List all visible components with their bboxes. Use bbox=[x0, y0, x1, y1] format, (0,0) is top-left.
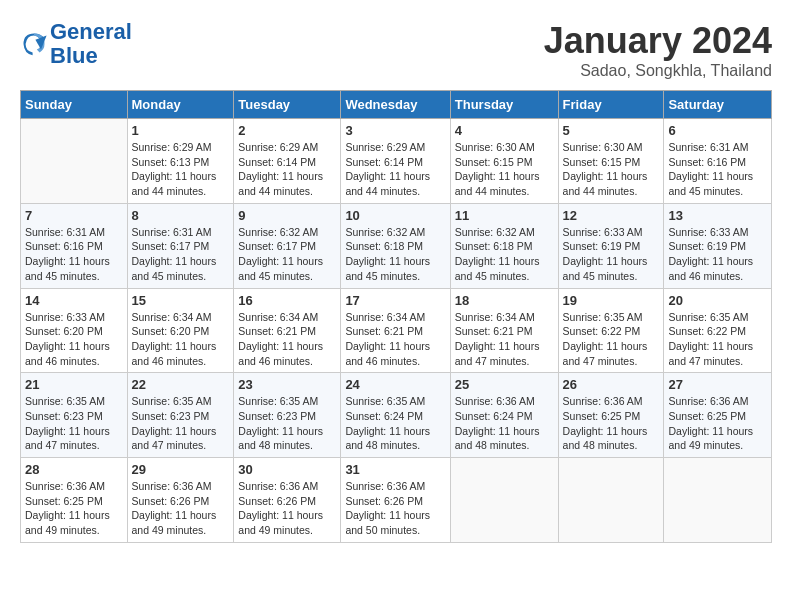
day-number: 8 bbox=[132, 208, 230, 223]
day-number: 2 bbox=[238, 123, 336, 138]
day-info: Sunrise: 6:34 AMSunset: 6:21 PMDaylight:… bbox=[345, 310, 445, 369]
day-number: 9 bbox=[238, 208, 336, 223]
day-number: 22 bbox=[132, 377, 230, 392]
day-number: 26 bbox=[563, 377, 660, 392]
day-number: 3 bbox=[345, 123, 445, 138]
day-info: Sunrise: 6:30 AMSunset: 6:15 PMDaylight:… bbox=[455, 140, 554, 199]
logo: General Blue bbox=[20, 20, 132, 68]
logo-icon bbox=[20, 30, 48, 58]
day-info: Sunrise: 6:36 AMSunset: 6:26 PMDaylight:… bbox=[345, 479, 445, 538]
calendar-cell: 18Sunrise: 6:34 AMSunset: 6:21 PMDayligh… bbox=[450, 288, 558, 373]
day-number: 30 bbox=[238, 462, 336, 477]
day-number: 29 bbox=[132, 462, 230, 477]
header-row: SundayMondayTuesdayWednesdayThursdayFrid… bbox=[21, 91, 772, 119]
day-info: Sunrise: 6:35 AMSunset: 6:24 PMDaylight:… bbox=[345, 394, 445, 453]
day-number: 4 bbox=[455, 123, 554, 138]
day-number: 15 bbox=[132, 293, 230, 308]
calendar-cell: 10Sunrise: 6:32 AMSunset: 6:18 PMDayligh… bbox=[341, 203, 450, 288]
day-info: Sunrise: 6:35 AMSunset: 6:23 PMDaylight:… bbox=[238, 394, 336, 453]
header-day: Wednesday bbox=[341, 91, 450, 119]
logo-text: General Blue bbox=[50, 20, 132, 68]
page-header: General Blue January 2024 Sadao, Songkhl… bbox=[20, 20, 772, 80]
day-number: 11 bbox=[455, 208, 554, 223]
calendar-cell: 12Sunrise: 6:33 AMSunset: 6:19 PMDayligh… bbox=[558, 203, 664, 288]
day-number: 28 bbox=[25, 462, 123, 477]
day-info: Sunrise: 6:32 AMSunset: 6:18 PMDaylight:… bbox=[345, 225, 445, 284]
day-info: Sunrise: 6:36 AMSunset: 6:25 PMDaylight:… bbox=[668, 394, 767, 453]
day-info: Sunrise: 6:30 AMSunset: 6:15 PMDaylight:… bbox=[563, 140, 660, 199]
day-info: Sunrise: 6:35 AMSunset: 6:22 PMDaylight:… bbox=[563, 310, 660, 369]
calendar-cell: 25Sunrise: 6:36 AMSunset: 6:24 PMDayligh… bbox=[450, 373, 558, 458]
day-number: 24 bbox=[345, 377, 445, 392]
calendar-cell: 29Sunrise: 6:36 AMSunset: 6:26 PMDayligh… bbox=[127, 458, 234, 543]
calendar-cell bbox=[664, 458, 772, 543]
day-number: 17 bbox=[345, 293, 445, 308]
calendar-week: 14Sunrise: 6:33 AMSunset: 6:20 PMDayligh… bbox=[21, 288, 772, 373]
day-info: Sunrise: 6:35 AMSunset: 6:23 PMDaylight:… bbox=[25, 394, 123, 453]
day-number: 21 bbox=[25, 377, 123, 392]
day-info: Sunrise: 6:29 AMSunset: 6:13 PMDaylight:… bbox=[132, 140, 230, 199]
day-info: Sunrise: 6:32 AMSunset: 6:18 PMDaylight:… bbox=[455, 225, 554, 284]
day-number: 14 bbox=[25, 293, 123, 308]
calendar-cell: 8Sunrise: 6:31 AMSunset: 6:17 PMDaylight… bbox=[127, 203, 234, 288]
header-day: Thursday bbox=[450, 91, 558, 119]
calendar-cell: 11Sunrise: 6:32 AMSunset: 6:18 PMDayligh… bbox=[450, 203, 558, 288]
calendar-cell: 15Sunrise: 6:34 AMSunset: 6:20 PMDayligh… bbox=[127, 288, 234, 373]
calendar-cell: 14Sunrise: 6:33 AMSunset: 6:20 PMDayligh… bbox=[21, 288, 128, 373]
calendar-week: 7Sunrise: 6:31 AMSunset: 6:16 PMDaylight… bbox=[21, 203, 772, 288]
day-number: 5 bbox=[563, 123, 660, 138]
day-number: 18 bbox=[455, 293, 554, 308]
calendar-cell: 26Sunrise: 6:36 AMSunset: 6:25 PMDayligh… bbox=[558, 373, 664, 458]
day-number: 7 bbox=[25, 208, 123, 223]
calendar-cell: 1Sunrise: 6:29 AMSunset: 6:13 PMDaylight… bbox=[127, 119, 234, 204]
day-number: 1 bbox=[132, 123, 230, 138]
location: Sadao, Songkhla, Thailand bbox=[544, 62, 772, 80]
day-info: Sunrise: 6:36 AMSunset: 6:26 PMDaylight:… bbox=[132, 479, 230, 538]
calendar-cell: 5Sunrise: 6:30 AMSunset: 6:15 PMDaylight… bbox=[558, 119, 664, 204]
day-number: 6 bbox=[668, 123, 767, 138]
calendar-week: 1Sunrise: 6:29 AMSunset: 6:13 PMDaylight… bbox=[21, 119, 772, 204]
header-day: Sunday bbox=[21, 91, 128, 119]
day-number: 10 bbox=[345, 208, 445, 223]
calendar-cell: 30Sunrise: 6:36 AMSunset: 6:26 PMDayligh… bbox=[234, 458, 341, 543]
calendar-cell bbox=[21, 119, 128, 204]
day-info: Sunrise: 6:32 AMSunset: 6:17 PMDaylight:… bbox=[238, 225, 336, 284]
day-number: 20 bbox=[668, 293, 767, 308]
day-number: 19 bbox=[563, 293, 660, 308]
calendar-cell: 2Sunrise: 6:29 AMSunset: 6:14 PMDaylight… bbox=[234, 119, 341, 204]
calendar-cell bbox=[558, 458, 664, 543]
day-info: Sunrise: 6:36 AMSunset: 6:24 PMDaylight:… bbox=[455, 394, 554, 453]
day-info: Sunrise: 6:33 AMSunset: 6:20 PMDaylight:… bbox=[25, 310, 123, 369]
title-block: January 2024 Sadao, Songkhla, Thailand bbox=[544, 20, 772, 80]
calendar-cell: 31Sunrise: 6:36 AMSunset: 6:26 PMDayligh… bbox=[341, 458, 450, 543]
day-number: 12 bbox=[563, 208, 660, 223]
calendar-cell: 27Sunrise: 6:36 AMSunset: 6:25 PMDayligh… bbox=[664, 373, 772, 458]
calendar-cell: 28Sunrise: 6:36 AMSunset: 6:25 PMDayligh… bbox=[21, 458, 128, 543]
calendar-cell: 6Sunrise: 6:31 AMSunset: 6:16 PMDaylight… bbox=[664, 119, 772, 204]
day-info: Sunrise: 6:31 AMSunset: 6:17 PMDaylight:… bbox=[132, 225, 230, 284]
day-number: 16 bbox=[238, 293, 336, 308]
calendar-cell: 19Sunrise: 6:35 AMSunset: 6:22 PMDayligh… bbox=[558, 288, 664, 373]
day-number: 13 bbox=[668, 208, 767, 223]
calendar-week: 28Sunrise: 6:36 AMSunset: 6:25 PMDayligh… bbox=[21, 458, 772, 543]
calendar-cell: 7Sunrise: 6:31 AMSunset: 6:16 PMDaylight… bbox=[21, 203, 128, 288]
calendar-cell: 16Sunrise: 6:34 AMSunset: 6:21 PMDayligh… bbox=[234, 288, 341, 373]
logo-line1: General bbox=[50, 19, 132, 44]
header-day: Friday bbox=[558, 91, 664, 119]
calendar-cell: 3Sunrise: 6:29 AMSunset: 6:14 PMDaylight… bbox=[341, 119, 450, 204]
calendar-cell: 21Sunrise: 6:35 AMSunset: 6:23 PMDayligh… bbox=[21, 373, 128, 458]
day-info: Sunrise: 6:29 AMSunset: 6:14 PMDaylight:… bbox=[345, 140, 445, 199]
day-number: 27 bbox=[668, 377, 767, 392]
calendar-cell bbox=[450, 458, 558, 543]
day-info: Sunrise: 6:36 AMSunset: 6:25 PMDaylight:… bbox=[25, 479, 123, 538]
calendar-cell: 22Sunrise: 6:35 AMSunset: 6:23 PMDayligh… bbox=[127, 373, 234, 458]
calendar-cell: 9Sunrise: 6:32 AMSunset: 6:17 PMDaylight… bbox=[234, 203, 341, 288]
calendar-cell: 17Sunrise: 6:34 AMSunset: 6:21 PMDayligh… bbox=[341, 288, 450, 373]
day-number: 23 bbox=[238, 377, 336, 392]
logo-line2: Blue bbox=[50, 43, 98, 68]
day-info: Sunrise: 6:31 AMSunset: 6:16 PMDaylight:… bbox=[25, 225, 123, 284]
day-info: Sunrise: 6:36 AMSunset: 6:25 PMDaylight:… bbox=[563, 394, 660, 453]
day-info: Sunrise: 6:33 AMSunset: 6:19 PMDaylight:… bbox=[668, 225, 767, 284]
calendar-week: 21Sunrise: 6:35 AMSunset: 6:23 PMDayligh… bbox=[21, 373, 772, 458]
day-info: Sunrise: 6:35 AMSunset: 6:23 PMDaylight:… bbox=[132, 394, 230, 453]
